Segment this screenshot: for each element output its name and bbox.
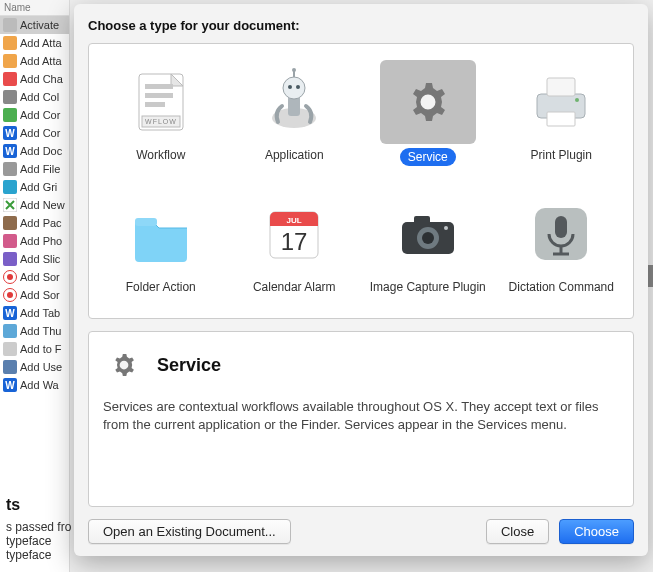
- type-option-dictation-command[interactable]: Dictation Command: [500, 190, 624, 312]
- list-item[interactable]: Add Sor: [0, 286, 69, 304]
- type-option-application[interactable]: Application: [233, 58, 357, 180]
- microphone-icon: [513, 192, 609, 276]
- file-icon: [3, 162, 17, 176]
- list-item-label: Add Doc: [20, 145, 62, 157]
- list-item-label: Add Sor: [20, 271, 60, 283]
- w-icon: W: [3, 126, 17, 140]
- sheet-title: Choose a type for your document:: [88, 18, 634, 33]
- attach-icon: [3, 54, 17, 68]
- svg-rect-13: [3, 216, 17, 230]
- description-title: Service: [157, 355, 221, 376]
- list-item-label: Add Cha: [20, 73, 63, 85]
- pkg-icon: [3, 216, 17, 230]
- svg-rect-4: [3, 90, 17, 104]
- w-icon: W: [3, 378, 17, 392]
- list-item[interactable]: WAdd Cor: [0, 124, 69, 142]
- document-type-sheet: Choose a type for your document: WFLOW W…: [74, 4, 648, 556]
- open-existing-button[interactable]: Open an Existing Document...: [88, 519, 291, 544]
- document-type-grid: WFLOW Workflow Application Service Print…: [88, 43, 634, 319]
- list-item[interactable]: Add Thu: [0, 322, 69, 340]
- generic-icon: [3, 18, 17, 32]
- list-item[interactable]: Activate: [0, 16, 69, 34]
- calendar-icon: JUL17: [246, 192, 342, 276]
- user-icon: [3, 360, 17, 374]
- type-label: Image Capture Plugin: [370, 280, 486, 310]
- list-item-label: Add Slic: [20, 253, 60, 265]
- column-header-name[interactable]: Name: [0, 0, 69, 16]
- list-item-label: Add Gri: [20, 181, 57, 193]
- type-label: Folder Action: [126, 280, 196, 310]
- svg-rect-2: [3, 54, 17, 68]
- list-item-label: Add File: [20, 163, 60, 175]
- svg-text:W: W: [5, 308, 15, 319]
- list-item[interactable]: Add File: [0, 160, 69, 178]
- list-item-label: Add to F: [20, 343, 62, 355]
- w-icon: W: [3, 144, 17, 158]
- thumb-icon: [3, 324, 17, 338]
- close-button[interactable]: Close: [486, 519, 549, 544]
- list-item-label: Add Atta: [20, 37, 62, 49]
- list-item[interactable]: Add Cor: [0, 106, 69, 124]
- type-option-workflow[interactable]: WFLOW Workflow: [99, 58, 223, 180]
- list-item[interactable]: Add Sor: [0, 268, 69, 286]
- printer-icon: [513, 60, 609, 144]
- choose-button[interactable]: Choose: [559, 519, 634, 544]
- list-item[interactable]: Add Atta: [0, 52, 69, 70]
- svg-rect-10: [3, 162, 17, 176]
- list-item-label: Add Atta: [20, 55, 62, 67]
- workflow-icon: WFLOW: [113, 60, 209, 144]
- svg-text:JUL: JUL: [287, 216, 302, 225]
- type-label: Calendar Alarm: [253, 280, 336, 310]
- list-item-label: Add Tab: [20, 307, 60, 319]
- type-label: Print Plugin: [531, 148, 592, 178]
- list-item[interactable]: WAdd Wa: [0, 376, 69, 394]
- svg-rect-14: [3, 234, 17, 248]
- type-option-image-capture-plugin[interactable]: Image Capture Plugin: [366, 190, 490, 312]
- grid-icon: [3, 180, 17, 194]
- gear-icon: [3, 90, 17, 104]
- list-item[interactable]: WAdd Tab: [0, 304, 69, 322]
- list-item[interactable]: WAdd Doc: [0, 142, 69, 160]
- application-icon: [246, 60, 342, 144]
- svg-rect-3: [3, 72, 17, 86]
- attach-icon: [3, 36, 17, 50]
- type-option-print-plugin[interactable]: Print Plugin: [500, 58, 624, 180]
- type-option-calendar-alarm[interactable]: JUL17 Calendar Alarm: [233, 190, 357, 312]
- list-item[interactable]: Add Gri: [0, 178, 69, 196]
- list-item-label: Add Wa: [20, 379, 59, 391]
- photo-icon: [3, 234, 17, 248]
- list-item-label: Add Thu: [20, 325, 61, 337]
- list-item[interactable]: Add Use: [0, 358, 69, 376]
- svg-text:WFLOW: WFLOW: [145, 118, 177, 125]
- blank-icon: [3, 342, 17, 356]
- list-item[interactable]: Add Cha: [0, 70, 69, 88]
- list-item[interactable]: Add to F: [0, 340, 69, 358]
- text-icon: [3, 108, 17, 122]
- itunes-icon: [3, 270, 17, 284]
- list-item[interactable]: Add Pho: [0, 232, 69, 250]
- actions-list[interactable]: ActivateAdd AttaAdd AttaAdd ChaAdd ColAd…: [0, 16, 69, 394]
- list-item[interactable]: Add Pac: [0, 214, 69, 232]
- list-item[interactable]: Add New: [0, 196, 69, 214]
- svg-rect-0: [3, 18, 17, 32]
- folder-icon: [113, 192, 209, 276]
- itunes-icon: [3, 288, 17, 302]
- description-box: Service Services are contextual workflow…: [88, 331, 634, 507]
- type-label: Application: [265, 148, 324, 178]
- svg-text:W: W: [5, 146, 15, 157]
- list-item[interactable]: Add Col: [0, 88, 69, 106]
- type-option-service[interactable]: Service: [366, 58, 490, 180]
- list-item[interactable]: Add Atta: [0, 34, 69, 52]
- svg-rect-24: [3, 360, 17, 374]
- svg-point-19: [7, 292, 13, 298]
- svg-text:W: W: [5, 128, 15, 139]
- list-item-label: Activate: [20, 19, 59, 31]
- list-item-label: Add Cor: [20, 109, 60, 121]
- camera-icon: [380, 192, 476, 276]
- description-text: Services are contextual workflows availa…: [103, 398, 619, 433]
- x-icon: [3, 198, 17, 212]
- svg-rect-1: [3, 36, 17, 50]
- type-option-folder-action[interactable]: Folder Action: [99, 190, 223, 312]
- list-item[interactable]: Add Slic: [0, 250, 69, 268]
- button-row: Open an Existing Document... Close Choos…: [88, 519, 634, 544]
